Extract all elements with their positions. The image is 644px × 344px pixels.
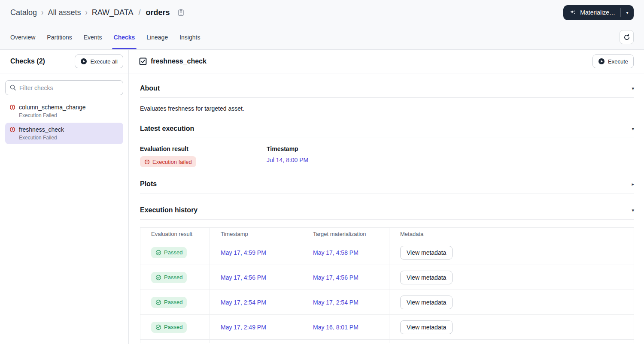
chevron-down-icon: ▾ bbox=[626, 10, 628, 15]
check-title: freshness_check bbox=[151, 57, 207, 65]
passed-badge-label: Passed bbox=[164, 324, 182, 330]
check-circle-icon bbox=[155, 324, 161, 330]
chevron-right-icon: › bbox=[41, 8, 43, 18]
check-detail-panel: freshness_check Execute About ▾ Evaluate… bbox=[129, 50, 644, 344]
clipboard-icon bbox=[177, 9, 185, 16]
materialize-button[interactable]: Materialize… bbox=[563, 5, 620, 20]
tab-insights[interactable]: Insights bbox=[179, 25, 200, 49]
materialize-dropdown-button[interactable]: ▾ bbox=[621, 5, 634, 20]
passed-badge: Passed bbox=[151, 272, 187, 283]
about-description: Evaluates freshness for targeted asset. bbox=[140, 98, 634, 112]
evaluation-result-label: Evaluation result bbox=[140, 145, 267, 152]
tab-partitions[interactable]: Partitions bbox=[47, 25, 72, 49]
check-detail-header: freshness_check Execute bbox=[129, 50, 644, 73]
tab-events[interactable]: Events bbox=[84, 25, 102, 49]
plots-section-header[interactable]: Plots ▸ bbox=[140, 167, 634, 193]
breadcrumb-row: Catalog › All assets › RAW_DATA / orders bbox=[0, 0, 644, 25]
passed-badge: Passed bbox=[151, 247, 187, 258]
copy-asset-name-button[interactable] bbox=[177, 9, 185, 16]
execution-failed-icon bbox=[9, 127, 15, 133]
page-body: Checks (2) Execute all bbox=[0, 50, 644, 344]
play-circle-icon bbox=[598, 58, 605, 65]
tabs: Overview Partitions Events Checks Lineag… bbox=[10, 25, 200, 49]
chevron-right-icon: › bbox=[85, 8, 87, 18]
checks-sidebar: Checks (2) Execute all bbox=[0, 50, 129, 344]
column-header-timestamp: Timestamp bbox=[210, 228, 302, 240]
target-materialization-link[interactable]: May 16, 8:01 PM bbox=[313, 324, 358, 331]
execution-failed-icon bbox=[9, 104, 15, 110]
refresh-icon bbox=[623, 34, 630, 41]
view-metadata-button[interactable]: View metadata bbox=[400, 320, 453, 334]
about-section-header[interactable]: About ▾ bbox=[140, 73, 634, 98]
breadcrumb-catalog-link[interactable]: Catalog bbox=[10, 8, 37, 17]
target-materialization-link[interactable]: May 17, 4:56 PM bbox=[313, 274, 358, 281]
table-row: Passed May 17, 4:59 PM May 17, 4:58 PM V… bbox=[140, 240, 634, 265]
check-name: freshness_check bbox=[19, 126, 64, 133]
passed-badge-label: Passed bbox=[164, 299, 182, 305]
chevron-right-icon: ▸ bbox=[632, 181, 634, 187]
column-header-target-materialization: Target materialization bbox=[302, 228, 389, 240]
execution-failed-badge-label: Execution failed bbox=[152, 159, 192, 165]
tab-checks[interactable]: Checks bbox=[114, 25, 135, 49]
latest-execution-section-header[interactable]: Latest execution ▾ bbox=[140, 112, 634, 138]
plots-title: Plots bbox=[140, 180, 157, 188]
execute-label: Execute bbox=[608, 58, 628, 65]
check-circle-icon bbox=[155, 275, 161, 281]
execution-history-table: Evaluation result Timestamp Target mater… bbox=[140, 227, 634, 343]
execute-button[interactable]: Execute bbox=[592, 54, 634, 68]
table-row: Passed May 17, 2:54 PM May 17, 2:54 PM V… bbox=[140, 290, 634, 314]
chevron-down-icon: ▾ bbox=[632, 86, 634, 91]
app-window: Catalog › All assets › RAW_DATA / orders bbox=[0, 0, 644, 344]
execution-timestamp-link[interactable]: May 17, 2:54 PM bbox=[221, 299, 266, 306]
refresh-button[interactable] bbox=[620, 30, 634, 44]
chevron-down-icon: ▾ bbox=[632, 126, 634, 132]
execution-failed-badge: Execution failed bbox=[140, 156, 196, 167]
view-metadata-button[interactable]: View metadata bbox=[400, 271, 453, 284]
search-icon bbox=[9, 84, 16, 91]
execution-history-title: Execution history bbox=[140, 206, 197, 214]
tab-lineage[interactable]: Lineage bbox=[146, 25, 168, 49]
filter-checks-wrap bbox=[5, 80, 123, 95]
latest-execution-timestamp-link[interactable]: Jul 14, 8:00 PM bbox=[267, 157, 308, 163]
sidebar-header: Checks (2) Execute all bbox=[0, 50, 128, 73]
tab-overview[interactable]: Overview bbox=[10, 25, 35, 49]
check-circle-icon bbox=[155, 250, 161, 256]
check-circle-icon bbox=[155, 299, 161, 305]
latest-execution-details: Evaluation result Execution failed Times… bbox=[140, 138, 634, 167]
check-list-item-column-schema-change[interactable]: column_schema_change Execution Failed bbox=[5, 100, 123, 122]
table-header-row: Evaluation result Timestamp Target mater… bbox=[140, 228, 634, 240]
breadcrumb-asset-name: orders bbox=[146, 8, 170, 17]
materialize-split-button: Materialize… ▾ bbox=[563, 5, 634, 20]
passed-badge: Passed bbox=[151, 297, 187, 308]
view-metadata-button[interactable]: View metadata bbox=[400, 296, 453, 309]
execution-timestamp-link[interactable]: May 17, 4:56 PM bbox=[221, 274, 266, 281]
execution-history-section-header[interactable]: Execution history ▾ bbox=[140, 193, 634, 220]
checkbox-check-icon bbox=[139, 57, 147, 65]
tab-bar: Overview Partitions Events Checks Lineag… bbox=[0, 25, 644, 49]
table-row-partial bbox=[140, 339, 634, 343]
breadcrumb-all-assets-link[interactable]: All assets bbox=[48, 8, 81, 17]
target-materialization-link[interactable]: May 17, 2:54 PM bbox=[313, 299, 358, 306]
breadcrumb-asset-group[interactable]: RAW_DATA bbox=[92, 8, 134, 17]
execution-timestamp-link[interactable]: May 17, 2:49 PM bbox=[221, 324, 266, 331]
column-header-evaluation-result: Evaluation result bbox=[140, 228, 210, 240]
passed-badge: Passed bbox=[151, 322, 187, 333]
check-list-item-freshness-check[interactable]: freshness_check Execution Failed bbox=[5, 123, 123, 144]
check-name: column_schema_change bbox=[19, 104, 86, 111]
execution-timestamp-link[interactable]: May 17, 4:59 PM bbox=[221, 249, 266, 256]
play-circle-icon bbox=[80, 58, 87, 65]
breadcrumb: Catalog › All assets › RAW_DATA / orders bbox=[10, 8, 185, 17]
filter-checks-input[interactable] bbox=[5, 80, 123, 95]
passed-badge-label: Passed bbox=[164, 249, 182, 256]
execute-all-button[interactable]: Execute all bbox=[75, 54, 123, 68]
passed-badge-label: Passed bbox=[164, 274, 182, 281]
chevron-down-icon: ▾ bbox=[632, 208, 634, 213]
table-row: Passed May 17, 4:56 PM May 17, 4:56 PM V… bbox=[140, 265, 634, 290]
check-status: Execution Failed bbox=[19, 112, 119, 118]
view-metadata-button[interactable]: View metadata bbox=[400, 246, 453, 260]
check-status: Execution Failed bbox=[19, 135, 119, 141]
timestamp-label: Timestamp bbox=[267, 145, 634, 152]
target-materialization-link[interactable]: May 17, 4:58 PM bbox=[313, 249, 358, 256]
execution-failed-icon bbox=[144, 159, 150, 165]
table-row: Passed May 17, 2:49 PM May 16, 8:01 PM V… bbox=[140, 314, 634, 339]
